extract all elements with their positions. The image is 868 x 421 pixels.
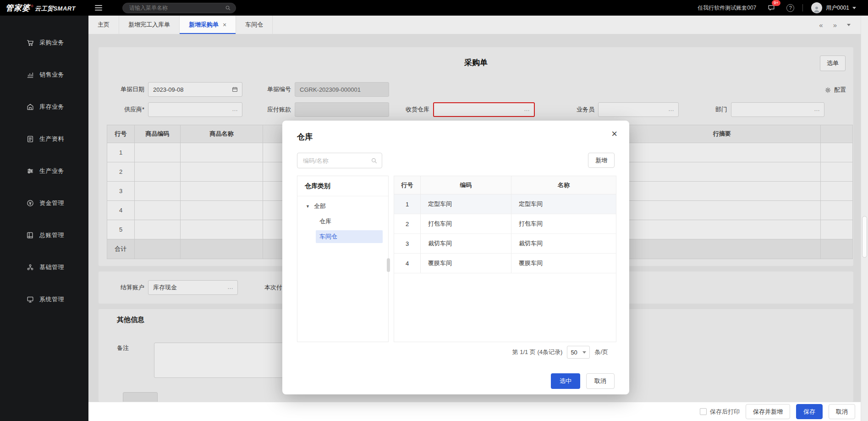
sidebar-item-label: 系统管理: [39, 295, 64, 304]
notifications-button[interactable]: 9+: [767, 4, 776, 12]
tabs-scroll-right-icon[interactable]: »: [833, 21, 837, 29]
sidebar-item-基础管理[interactable]: 基础管理: [0, 251, 88, 283]
warehouse-modal: 仓库 × 新增 仓库类别 ▼全部仓库车间仓 行号编码名称 1定型车间定型车间2打…: [282, 121, 629, 394]
tabs-menu-icon[interactable]: [847, 24, 851, 28]
tree-node-车间仓[interactable]: 车间仓: [316, 230, 383, 243]
checkbox-icon[interactable]: [700, 408, 707, 415]
sidebar-item-总账管理[interactable]: 总账管理: [0, 219, 88, 251]
page-scrollbar[interactable]: [861, 16, 868, 421]
menu-search-input[interactable]: [129, 5, 225, 11]
sidebar-item-资金管理[interactable]: 资金管理: [0, 187, 88, 219]
tab-label: 车间仓: [245, 21, 263, 29]
topbar-right: 任我行软件测试账套007 9+ ? 用户0001: [698, 2, 868, 13]
sidebar-item-系统管理[interactable]: 系统管理: [0, 283, 88, 316]
warehouse-search[interactable]: [297, 153, 382, 168]
logo-text-secondary: 云工贸SMART: [35, 5, 76, 13]
sidebar-item-label: 总账管理: [39, 231, 64, 239]
page-size-value: 50: [571, 349, 577, 356]
warehouse-table-header: 行号编码名称: [394, 176, 616, 194]
sidebar-item-label: 生产资料: [39, 135, 64, 143]
warehouse-search-input[interactable]: [297, 157, 371, 164]
inventory-icon: [26, 103, 34, 111]
save-button[interactable]: 保存: [796, 404, 823, 419]
panel-collapse-handle[interactable]: [387, 258, 390, 272]
action-bar: 保存后打印 保存并新增 保存 取消: [88, 402, 861, 421]
sidebar: 采购业务销售业务库存业务生产资料生产业务资金管理总账管理基础管理系统管理: [0, 16, 88, 421]
notification-badge: 9+: [772, 0, 780, 6]
topbar-divider: [802, 4, 803, 11]
cancel-button[interactable]: 取消: [829, 404, 855, 419]
scrollbar-thumb[interactable]: [862, 216, 867, 258]
print-after-save-checkbox[interactable]: 保存后打印: [700, 408, 740, 416]
pagination-unit: 条/页: [594, 348, 608, 356]
tree-panel-title: 仓库类别: [297, 176, 388, 196]
sidebar-item-label: 资金管理: [39, 199, 64, 207]
procurement-icon: [26, 39, 34, 47]
warehouse-row[interactable]: 1定型车间定型车间: [394, 194, 616, 214]
tab-车间仓[interactable]: 车间仓: [236, 16, 273, 34]
production-data-icon: [26, 135, 34, 143]
warehouse-code: 打包车间: [421, 214, 511, 233]
basic-icon: [26, 263, 34, 271]
page-size-select[interactable]: 50: [567, 346, 590, 359]
modal-title: 仓库: [297, 132, 313, 142]
tab-主页[interactable]: 主页: [88, 16, 119, 34]
username[interactable]: 用户0001: [826, 4, 849, 12]
confirm-button[interactable]: 选中: [551, 373, 580, 389]
menu-search[interactable]: [122, 3, 236, 13]
pagination-summary: 第 1/1 页 (4条记录): [512, 348, 563, 356]
tree-node-仓库[interactable]: 仓库: [316, 215, 383, 228]
tree-node-label: 全部: [314, 202, 326, 210]
warehouse-row-no: 1: [394, 194, 421, 214]
sidebar-item-采购业务[interactable]: 采购业务: [0, 27, 88, 59]
tabs-scroll-left-icon[interactable]: «: [819, 21, 823, 29]
warehouse-row[interactable]: 2打包车间打包车间: [394, 214, 616, 234]
ledger-icon: [26, 231, 34, 239]
warehouse-code: 裁切车间: [421, 234, 511, 253]
close-icon[interactable]: ×: [611, 129, 617, 139]
menu-toggle-icon[interactable]: [95, 5, 102, 11]
save-and-new-button[interactable]: 保存并新增: [746, 404, 790, 419]
sidebar-menu: 采购业务销售业务库存业务生产资料生产业务资金管理总账管理基础管理系统管理: [0, 16, 88, 316]
warehouse-row-no: 3: [394, 234, 421, 253]
warehouse-name: 裁切车间: [511, 234, 616, 253]
topbar: 管家婆 ® 云工贸SMART 任我行软件测试账套007 9+ ? 用户0001: [0, 0, 868, 16]
search-icon: [371, 157, 378, 164]
warehouse-name: 打包车间: [511, 214, 616, 233]
warehouse-code: 定型车间: [421, 194, 511, 214]
tab-新增完工入库单[interactable]: 新增完工入库单: [119, 16, 180, 34]
warehouse-table-header-cell: 名称: [511, 176, 616, 194]
tree-node-全部[interactable]: ▼全部: [297, 196, 388, 213]
chevron-down-icon: [582, 351, 586, 355]
app-logo: 管家婆 ® 云工贸SMART: [0, 3, 76, 13]
pagination: 第 1/1 页 (4条记录) 50 条/页: [512, 345, 608, 359]
sidebar-item-label: 基础管理: [39, 263, 64, 271]
tab-新增采购单[interactable]: 新增采购单×: [180, 16, 236, 34]
sidebar-item-生产资料[interactable]: 生产资料: [0, 123, 88, 155]
help-icon[interactable]: ?: [786, 4, 794, 12]
warehouse-name: 定型车间: [511, 194, 616, 214]
sidebar-item-库存业务[interactable]: 库存业务: [0, 91, 88, 123]
add-warehouse-button[interactable]: 新增: [588, 153, 615, 168]
sidebar-item-label: 销售业务: [39, 71, 64, 79]
warehouse-row-no: 4: [394, 254, 421, 273]
tab-nav: « »: [819, 16, 861, 34]
modal-cancel-button[interactable]: 取消: [586, 373, 615, 389]
warehouse-row[interactable]: 3裁切车间裁切车间: [394, 234, 616, 254]
sidebar-item-生产业务[interactable]: 生产业务: [0, 155, 88, 187]
caret-down-icon[interactable]: ▼: [306, 204, 310, 209]
production-icon: [26, 167, 34, 175]
sidebar-item-销售业务[interactable]: 销售业务: [0, 59, 88, 91]
account-name[interactable]: 任我行软件测试账套007: [698, 4, 756, 12]
sidebar-item-label: 库存业务: [39, 103, 64, 111]
warehouse-table-body: 1定型车间定型车间2打包车间打包车间3裁切车间裁切车间4覆膜车间覆膜车间: [394, 194, 616, 273]
chevron-down-icon[interactable]: [852, 7, 856, 11]
warehouse-table: 行号编码名称 1定型车间定型车间2打包车间打包车间3裁切车间裁切车间4覆膜车间覆…: [394, 176, 616, 342]
registered-mark: ®: [31, 3, 33, 8]
warehouse-row[interactable]: 4覆膜车间覆膜车间: [394, 254, 616, 273]
warehouse-table-header-cell: 行号: [394, 176, 421, 194]
tab-label: 主页: [98, 21, 110, 29]
checkbox-label: 保存后打印: [710, 408, 740, 416]
avatar[interactable]: [811, 2, 822, 13]
tab-close-icon[interactable]: ×: [223, 22, 226, 28]
